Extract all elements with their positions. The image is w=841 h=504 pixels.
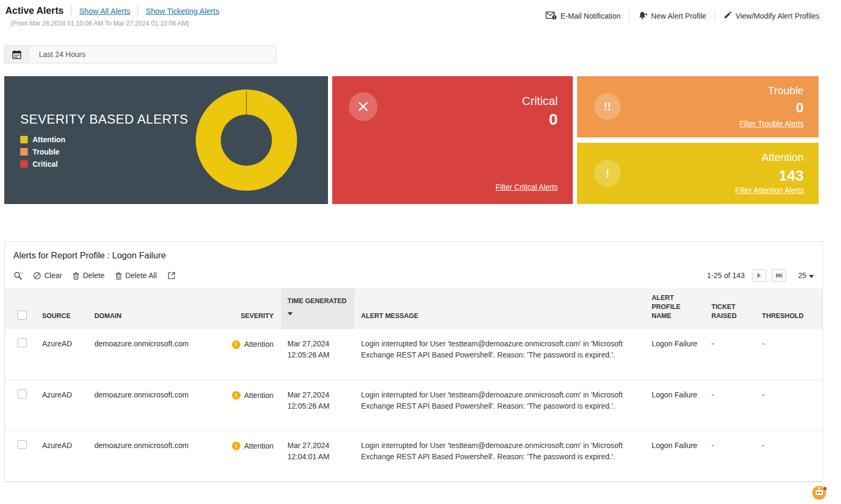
new-alert-profile-button[interactable]: New Alert Profile bbox=[638, 11, 706, 21]
page-size-select[interactable]: 25 bbox=[798, 271, 814, 280]
cell-alert-message: Login interrupted for User 'testteam@dem… bbox=[355, 430, 645, 481]
table-toolbar: Clear Delete Delete All 1-25 of 143 bbox=[5, 265, 822, 288]
cell-alert-message: Login interrupted for User 'testteam@dem… bbox=[355, 329, 645, 380]
legend-item-attention: Attention bbox=[20, 135, 188, 144]
donut-hole bbox=[221, 115, 272, 166]
cell-ticket-raised: - bbox=[705, 380, 756, 430]
cell-domain: demoazure.onmicrosoft.com bbox=[88, 329, 221, 380]
cell-alert-message: Login interrupted for User 'testteam@dem… bbox=[355, 380, 645, 430]
row-checkbox[interactable] bbox=[18, 338, 27, 347]
divider bbox=[715, 10, 715, 22]
column-header-threshold[interactable]: THRESHOLD bbox=[756, 288, 822, 329]
column-header-severity[interactable]: SEVERITY bbox=[221, 288, 281, 329]
time-range-selector[interactable]: Last 24 Hours bbox=[4, 45, 276, 63]
top-header: Active Alerts Show All Alerts Show Ticke… bbox=[0, 0, 841, 27]
cell-source: AzureAD bbox=[36, 430, 88, 481]
clear-button[interactable]: Clear bbox=[33, 271, 62, 280]
attention-alerts-card: ! Attention 143 Filter Attention Alerts bbox=[577, 143, 819, 204]
attention-exclaim-icon: ! bbox=[594, 160, 621, 186]
cell-domain: demoazure.onmicrosoft.com bbox=[88, 430, 221, 481]
filter-attention-alerts-link[interactable]: Filter Attention Alerts bbox=[735, 186, 804, 194]
delete-all-button[interactable]: Delete All bbox=[115, 271, 157, 280]
table-row: AzureAD demoazure.onmicrosoft.com !Atten… bbox=[5, 380, 822, 430]
alerts-table-section: Alerts for Report Profile : Logon Failur… bbox=[4, 241, 823, 482]
show-all-alerts-link[interactable]: Show All Alerts bbox=[79, 7, 130, 15]
cell-time-generated: Mar 27,2024 12:04:01 AM bbox=[281, 430, 355, 481]
date-range-label: (From Mar 26,2024 01:10:06 AM To Mar 27,… bbox=[11, 20, 219, 27]
advanced-search-button[interactable] bbox=[13, 271, 22, 280]
time-range-value: Last 24 Hours bbox=[29, 50, 85, 59]
critical-alerts-card: Critical 0 Filter Critical Alerts bbox=[332, 76, 573, 204]
legend-item-trouble: Trouble bbox=[20, 148, 188, 156]
severity-based-alerts-panel: SEVERITY BASED ALERTS Attention Trouble … bbox=[4, 76, 328, 204]
attention-swatch bbox=[20, 136, 28, 143]
trouble-alerts-card: !! Trouble 0 Filter Trouble Alerts bbox=[577, 76, 819, 137]
divider bbox=[629, 10, 630, 22]
cell-severity: !Attention bbox=[221, 430, 281, 481]
severity-chart-title: SEVERITY BASED ALERTS bbox=[20, 112, 188, 127]
cell-time-generated: Mar 27,2024 12:05:26 AM bbox=[281, 329, 355, 380]
chevron-down-icon bbox=[809, 271, 814, 280]
critical-count: 0 bbox=[549, 110, 558, 128]
trouble-card-label: Trouble bbox=[768, 85, 804, 97]
cell-alert-profile-name: Logon Failure bbox=[645, 430, 705, 481]
divider bbox=[71, 6, 71, 17]
cell-domain: demoazure.onmicrosoft.com bbox=[88, 380, 221, 430]
view-modify-alert-profiles-button[interactable]: View/Modify Alert Profiles bbox=[724, 11, 820, 21]
select-all-checkbox[interactable] bbox=[18, 311, 27, 320]
cell-alert-profile-name: Logon Failure bbox=[645, 329, 705, 380]
delete-button[interactable]: Delete bbox=[73, 271, 104, 280]
cell-severity: !Attention bbox=[221, 329, 281, 380]
attention-card-label: Attention bbox=[762, 151, 804, 164]
cell-severity: !Attention bbox=[221, 380, 281, 430]
sort-desc-icon bbox=[287, 309, 348, 318]
cell-source: AzureAD bbox=[36, 329, 88, 380]
alerts-table: SOURCE DOMAIN SEVERITY TIME GENERATED AL… bbox=[5, 288, 822, 482]
chatbot-icon[interactable] bbox=[811, 484, 828, 501]
trash-icon bbox=[73, 272, 79, 280]
search-icon bbox=[13, 271, 22, 280]
table-row: AzureAD demoazure.onmicrosoft.com !Atten… bbox=[5, 329, 822, 380]
row-checkbox[interactable] bbox=[18, 440, 27, 449]
column-header-time-generated[interactable]: TIME GENERATED bbox=[281, 288, 355, 329]
column-header-source[interactable]: SOURCE bbox=[36, 288, 88, 329]
column-header-alert-message[interactable]: ALERT MESSAGE bbox=[355, 288, 645, 329]
column-header-ticket-raised[interactable]: TICKET RAISED bbox=[705, 288, 756, 329]
donut-segment-boundary bbox=[246, 91, 247, 115]
filter-trouble-alerts-link[interactable]: Filter Trouble Alerts bbox=[739, 119, 804, 128]
cell-threshold: - bbox=[756, 329, 822, 380]
cell-source: AzureAD bbox=[36, 380, 88, 430]
export-button[interactable] bbox=[167, 272, 175, 280]
pencil-icon bbox=[724, 11, 732, 21]
divider bbox=[138, 6, 138, 17]
attention-severity-icon: ! bbox=[232, 442, 241, 450]
next-page-button[interactable] bbox=[752, 269, 766, 282]
attention-severity-icon: ! bbox=[232, 340, 241, 349]
bell-plus-icon bbox=[638, 11, 647, 21]
column-header-domain[interactable]: DOMAIN bbox=[88, 288, 221, 329]
cell-alert-profile-name: Logon Failure bbox=[645, 380, 705, 430]
calendar-icon[interactable] bbox=[5, 46, 29, 63]
email-notification-button[interactable]: E-Mail Notification bbox=[546, 11, 621, 21]
legend-item-critical: Critical bbox=[20, 160, 188, 168]
pagination-range: 1-25 of 143 bbox=[707, 271, 745, 280]
severity-donut-chart bbox=[196, 90, 297, 191]
show-ticketing-alerts-link[interactable]: Show Ticketing Alerts bbox=[146, 7, 219, 15]
trouble-exclaim-icon: !! bbox=[594, 93, 621, 120]
cell-time-generated: Mar 27,2024 12:05:26 AM bbox=[281, 380, 355, 430]
cell-threshold: - bbox=[756, 430, 822, 481]
trouble-swatch bbox=[20, 148, 28, 156]
table-header-row: SOURCE DOMAIN SEVERITY TIME GENERATED AL… bbox=[5, 288, 822, 329]
last-page-button[interactable] bbox=[772, 269, 786, 282]
table-row: AzureAD demoazure.onmicrosoft.com !Atten… bbox=[5, 430, 822, 481]
page-title: Active Alerts bbox=[5, 5, 63, 17]
column-header-alert-profile-name[interactable]: ALERT PROFILE NAME bbox=[645, 288, 705, 329]
email-notification-icon bbox=[546, 11, 557, 21]
trash-icon bbox=[115, 272, 122, 280]
clear-icon bbox=[33, 272, 41, 280]
chart-legend: Attention Trouble Critical bbox=[20, 135, 188, 168]
critical-swatch bbox=[20, 160, 28, 168]
row-checkbox[interactable] bbox=[18, 389, 27, 399]
filter-critical-alerts-link[interactable]: Filter Critical Alerts bbox=[495, 183, 558, 191]
cell-ticket-raised: - bbox=[705, 430, 756, 481]
